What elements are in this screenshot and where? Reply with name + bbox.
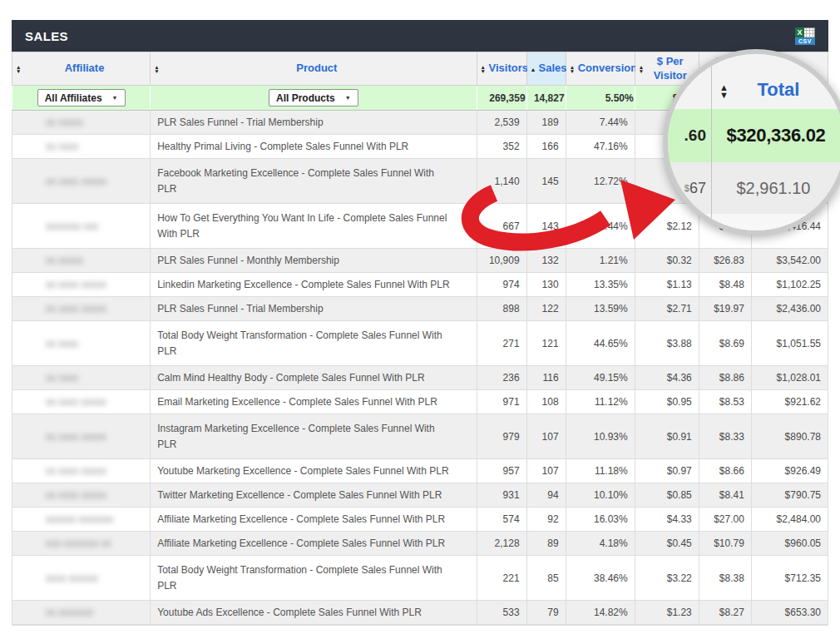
total-cell: $921.62 <box>751 390 828 414</box>
product-cell: Linkedin Marketing Excellence - Complete… <box>151 273 477 297</box>
affiliate-cell: xx xxxx xxxxx <box>12 390 151 414</box>
product-name: Youtube Marketing Excellence - Complete … <box>157 463 469 479</box>
column-header-affiliate[interactable]: ▲▼ Affiliate <box>12 52 151 86</box>
total-cell: $712.35 <box>751 556 828 601</box>
affiliate-cell: xx xxxxx <box>12 249 151 273</box>
product-cell: Affiliate Marketing Excellence - Complet… <box>151 508 477 532</box>
affiliate-cell: xx xxxx xxxxx <box>12 159 151 204</box>
sort-icon: ▲▼ <box>719 84 729 99</box>
panel-titlebar: SALES X CSV <box>12 20 828 52</box>
visitors-cell: 574 <box>477 508 526 532</box>
per-sale-cell: $8.66 <box>699 459 751 483</box>
product-name: With PLR <box>157 226 469 242</box>
conversions-cell: 21.44% <box>566 204 635 249</box>
column-header-conversions[interactable]: ▲▼ Conversions <box>566 52 635 86</box>
sort-ascending-icon[interactable]: ▲ <box>531 66 536 72</box>
total-cell: $2,436.00 <box>751 297 828 321</box>
column-label: Product <box>296 62 337 74</box>
per-visitor-cell: $0.95 <box>635 390 699 414</box>
table-row: xx xxxx xxxxxEmail Marketing Excellence … <box>12 390 828 414</box>
column-header-visitors[interactable]: ▲▼ Visitors <box>477 52 526 86</box>
sales-cell: 189 <box>526 111 566 135</box>
per-visitor-cell: $0.32 <box>635 249 699 273</box>
product-name: Total Body Weight Transformation - Compl… <box>157 328 469 344</box>
affiliates-filter-dropdown[interactable]: All Affiliates ▼ <box>37 89 126 106</box>
visitors-cell: 271 <box>477 321 526 366</box>
visitors-cell: 533 <box>477 601 526 625</box>
table-row: xx xxxx xxxxxTwitter Marketing Excellenc… <box>12 483 828 508</box>
sales-cell: 85 <box>526 556 566 601</box>
per-visitor-cell: $0.91 <box>635 414 699 459</box>
affiliate-cell: xx xxxx xxxxx <box>12 459 151 483</box>
product-cell: Total Body Weight Transformation - Compl… <box>151 321 477 366</box>
product-cell: Calm Mind Healthy Body - Complete Sales … <box>151 366 477 390</box>
blurred-affiliate-name: xx xxxx xxxxx <box>46 303 106 315</box>
column-label: Sales <box>539 62 567 74</box>
sort-icon[interactable]: ▲▼ <box>481 64 486 73</box>
per-visitor-cell: $1.13 <box>635 273 699 297</box>
sales-report-page: SALES X CSV ▲▼ Affiliate ▲▼ <box>0 0 840 634</box>
sales-cell: 143 <box>526 204 566 249</box>
product-name: PLR <box>157 578 469 594</box>
sales-cell: 166 <box>526 135 566 159</box>
table-row: xx xxxxCalm Mind Healthy Body - Complete… <box>12 366 828 390</box>
conversions-cell: 12.72% <box>566 159 635 204</box>
product-name: PLR Sales Funnel - Trial Membership <box>157 115 469 131</box>
product-cell: Instagram Marketing Excellence - Complet… <box>151 414 477 459</box>
per-visitor-cell: $1.23 <box>635 601 699 625</box>
column-header-product[interactable]: ▲▼ Product <box>151 52 477 86</box>
per-sale-cell: $10.79 <box>699 532 751 556</box>
magnified-partial-per-sale-total: .60 <box>668 126 706 145</box>
per-visitor-cell: $0.97 <box>635 459 699 483</box>
blurred-affiliate-name: xx xxxx <box>46 141 78 152</box>
sales-cell: 121 <box>526 321 566 366</box>
panel-title: SALES <box>25 29 68 43</box>
magnified-cell-border <box>711 54 712 230</box>
blurred-affiliate-name: xx xxxx xxxxx <box>46 396 106 408</box>
products-filter-dropdown[interactable]: All Products ▼ <box>269 89 358 106</box>
csv-export-button[interactable]: X CSV <box>795 27 815 45</box>
magnified-data-row: $67 $2,961.10 <box>668 162 840 215</box>
visitors-cell: 1,140 <box>477 159 526 204</box>
visitors-cell: 931 <box>477 483 526 508</box>
chevron-down-icon: ▼ <box>345 95 351 101</box>
chevron-down-icon: ▼ <box>112 95 118 101</box>
table-row: xx xxxx xxxxxInstagram Marketing Excelle… <box>12 414 828 459</box>
per-sale-cell: $8.69 <box>699 321 751 366</box>
total-cell: $890.78 <box>751 414 828 459</box>
product-name: PLR <box>157 344 469 359</box>
total-cell: $926.49 <box>751 459 828 483</box>
blurred-affiliate-name: xxxxxxx xxx <box>46 220 98 232</box>
product-filter-cell: All Products ▼ <box>151 86 477 111</box>
total-cell: $790.75 <box>751 483 828 508</box>
magnified-row-total: $2,961.10 <box>714 179 833 198</box>
csv-export-label: CSV <box>795 37 815 45</box>
per-sale-cell: $26.83 <box>699 249 751 273</box>
blurred-affiliate-name: xx xxxx <box>46 338 78 349</box>
per-sale-cell: $8.33 <box>699 414 751 459</box>
product-name: PLR Sales Funnel - Monthly Membership <box>157 253 469 269</box>
affiliate-cell: xx xxxx xxxxx <box>12 297 151 321</box>
column-header-sales[interactable]: ▲ Sales <box>526 52 566 86</box>
product-name: Affiliate Marketing Excellence - Complet… <box>157 536 469 552</box>
table-row: xxxx xxxxxxTotal Body Weight Transformat… <box>12 556 828 601</box>
visitors-cell: 2,539 <box>477 111 526 135</box>
conversions-cell: 11.18% <box>566 459 635 483</box>
sort-icon[interactable]: ▲▼ <box>570 64 575 73</box>
conversions-cell: 14.82% <box>566 601 635 625</box>
sort-icon[interactable]: ▲▼ <box>154 64 159 73</box>
affiliate-cell: xx xxxx xxxxx <box>12 273 151 297</box>
conversions-cell: 7.44% <box>566 111 635 135</box>
per-sale-cell: $8.53 <box>699 390 751 414</box>
magnifier-overlay: ▲▼ Total .60 $320,336.02 $67 $2,961.10 <box>663 49 840 235</box>
sort-icon[interactable]: ▲▼ <box>639 64 644 73</box>
product-cell: Youtube Marketing Excellence - Complete … <box>151 459 477 483</box>
affiliate-cell: xx xxxx xxxxx <box>12 483 151 508</box>
product-cell: Healthy Primal Living - Complete Sales F… <box>151 135 477 159</box>
sort-icon[interactable]: ▲▼ <box>16 64 21 73</box>
visitors-cell: 979 <box>477 414 526 459</box>
product-name: Healthy Primal Living - Complete Sales F… <box>157 139 469 155</box>
total-cell: $1,051.55 <box>751 321 828 366</box>
affiliate-filter-cell: All Affiliates ▼ <box>12 86 151 111</box>
blurred-affiliate-name: xx xxxx xxxxx <box>46 465 106 477</box>
